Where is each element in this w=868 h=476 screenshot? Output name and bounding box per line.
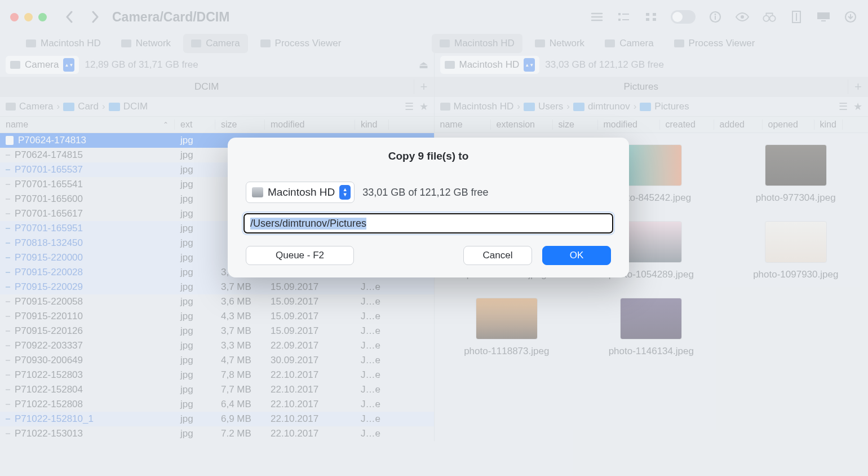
star-icon[interactable]: ★ <box>853 100 862 113</box>
binoculars-icon[interactable] <box>762 10 777 24</box>
back-button[interactable] <box>60 8 78 26</box>
col-name[interactable]: name⌃ <box>0 120 175 130</box>
dash-icon <box>6 155 10 156</box>
dash-icon <box>6 418 10 420</box>
col-modified[interactable]: modified <box>265 120 355 130</box>
col-modified[interactable]: modified <box>598 120 660 130</box>
svg-rect-2 <box>646 13 649 16</box>
right-tab-label[interactable]: Pictures <box>435 81 848 92</box>
left-add-tab-button[interactable]: + <box>414 80 434 94</box>
source-tab[interactable]: Macintosh HD <box>432 34 522 53</box>
file-row[interactable]: P71022-152808jpg6,4 MB22.10.2017J…e <box>0 397 434 412</box>
dual-pane-toggle[interactable] <box>671 10 696 24</box>
view-columns-icon[interactable] <box>617 10 631 24</box>
download-icon[interactable] <box>843 10 858 24</box>
right-volume-select[interactable]: Macintosh HD ▲▼ <box>440 56 540 74</box>
right-add-tab-button[interactable]: + <box>848 80 868 94</box>
source-tab[interactable]: Camera <box>597 34 661 53</box>
svg-rect-13 <box>817 12 830 19</box>
col-ext[interactable]: ext <box>175 120 215 130</box>
dest-volume-name: Macintosh HD <box>268 186 335 199</box>
window-controls <box>10 13 47 21</box>
source-tab[interactable]: Process Viewer <box>253 34 349 53</box>
source-tab[interactable]: Network <box>113 34 179 53</box>
view-list-icon[interactable] <box>590 10 604 24</box>
left-volume-select[interactable]: Camera ▲▼ <box>6 56 79 74</box>
forward-button[interactable] <box>86 8 104 26</box>
thumb-image <box>476 298 538 340</box>
thumb-item[interactable]: photo-1097930.jpeg <box>729 221 863 281</box>
dest-path-input[interactable] <box>243 213 613 233</box>
svg-rect-4 <box>646 18 649 21</box>
dash-icon <box>6 316 10 317</box>
col-name[interactable]: name <box>435 120 491 130</box>
list-icon[interactable]: ☰ <box>839 100 848 113</box>
crumb-segment[interactable]: Pictures <box>654 101 689 112</box>
crumb-segment[interactable]: Users <box>538 101 563 112</box>
source-tab[interactable]: Process Viewer <box>666 34 763 53</box>
file-row[interactable]: P70915-220058jpg3,6 MB15.09.2017J…e <box>0 294 434 309</box>
cancel-button[interactable]: Cancel <box>463 246 532 265</box>
col-created[interactable]: created <box>660 120 714 130</box>
file-row[interactable]: P71022-152804jpg7,7 MB22.10.2017J…e <box>0 382 434 397</box>
col-kind[interactable]: kind <box>355 120 389 130</box>
chevron-updown-icon: ▲▼ <box>63 58 74 72</box>
left-tab-label[interactable]: DCIM <box>0 81 414 92</box>
source-tab[interactable]: Camera <box>183 34 247 53</box>
star-icon[interactable]: ★ <box>419 100 428 113</box>
file-row[interactable]: P71022-152810_1jpg6,9 MB22.10.2017J…e <box>0 412 434 426</box>
col-added[interactable]: added <box>714 120 763 130</box>
file-icon <box>6 136 14 145</box>
dash-icon <box>6 213 10 214</box>
queue-button[interactable]: Queue - F2 <box>246 246 354 265</box>
file-row[interactable]: P71022-152803jpg7,8 MB22.10.2017J…e <box>0 368 434 382</box>
dash-icon <box>6 228 10 229</box>
dash-icon <box>6 184 10 185</box>
folder-icon <box>524 103 535 111</box>
col-kind[interactable]: kind <box>814 120 843 130</box>
drive-icon <box>260 39 271 47</box>
eject-icon[interactable]: ⏏ <box>419 59 428 71</box>
close-window-button[interactable] <box>10 13 19 21</box>
crumb-segment[interactable]: dimtrunov <box>588 101 630 112</box>
view-grid-icon[interactable] <box>644 10 658 24</box>
source-tab[interactable]: Network <box>527 34 592 53</box>
folder-icon <box>640 103 651 111</box>
maximize-window-button[interactable] <box>38 13 47 21</box>
dash-icon <box>6 301 10 302</box>
thumb-label: photo-977304.jpeg <box>756 192 836 204</box>
thumb-image <box>765 221 827 263</box>
dest-volume-select[interactable]: Macintosh HD ▲▼ <box>246 182 355 203</box>
thumb-item[interactable]: photo-1146134.jpeg <box>584 298 718 358</box>
minimize-window-button[interactable] <box>24 13 33 21</box>
crumb-segment[interactable]: Camera <box>19 101 53 112</box>
crumb-segment[interactable]: Macintosh HD <box>454 101 514 112</box>
col-opened[interactable]: opened <box>763 120 814 130</box>
folder-icon <box>109 103 120 111</box>
col-size[interactable]: size <box>553 120 598 130</box>
right-sources: Macintosh HDNetworkCameraProcess Viewer <box>423 34 862 53</box>
crumb-segment[interactable]: DCIM <box>123 101 148 112</box>
col-extension[interactable]: extension <box>491 120 553 130</box>
info-icon[interactable] <box>708 10 723 24</box>
source-tab[interactable]: Macintosh HD <box>18 34 109 53</box>
file-row[interactable]: P70922-203337jpg3,3 MB22.09.2017J…e <box>0 338 434 353</box>
file-row[interactable]: P70915-220126jpg3,7 MB15.09.2017J…e <box>0 324 434 338</box>
archive-icon[interactable] <box>789 10 804 24</box>
file-row[interactable]: P71022-153013jpg7.2 MB22.10.2017J…e <box>0 426 434 441</box>
file-row[interactable]: P70930-200649jpg4,7 MB30.09.2017J…e <box>0 353 434 368</box>
preview-icon[interactable] <box>735 10 750 24</box>
monitor-icon[interactable] <box>816 10 831 24</box>
dash-icon <box>6 199 10 200</box>
list-icon[interactable]: ☰ <box>405 100 414 113</box>
crumb-segment[interactable]: Card <box>78 101 99 112</box>
drive-icon <box>191 39 201 47</box>
col-size[interactable]: size <box>215 120 265 130</box>
file-row[interactable]: P70915-220110jpg4,3 MB15.09.2017J…e <box>0 309 434 324</box>
dest-free-space: 33,01 GB of 121,12 GB free <box>362 187 488 199</box>
dash-icon <box>6 374 10 376</box>
ok-button[interactable]: OK <box>542 246 611 265</box>
thumb-item[interactable]: photo-1118873.jpeg <box>440 298 574 358</box>
file-row[interactable]: P70915-220029jpg3,7 MB15.09.2017J…e <box>0 280 434 294</box>
thumb-item[interactable]: photo-977304.jpeg <box>729 144 863 204</box>
